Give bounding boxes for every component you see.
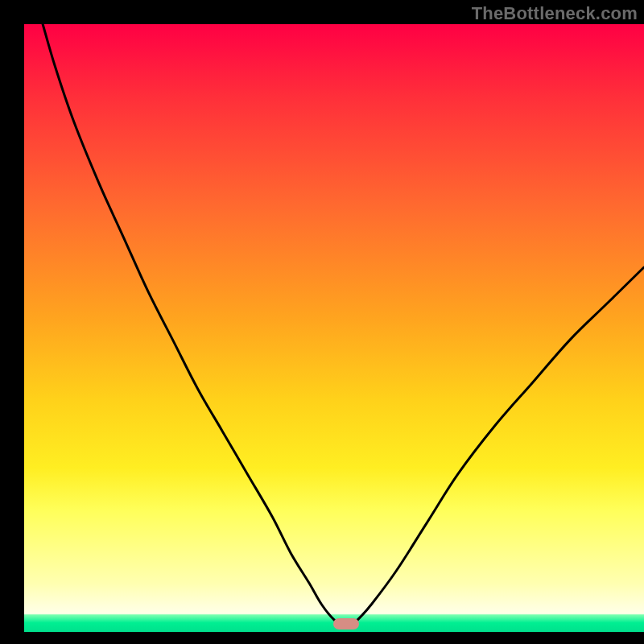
- chart-frame: TheBottleneck.com: [0, 0, 644, 644]
- curve-svg: [24, 24, 644, 632]
- bottleneck-curve-path: [43, 24, 644, 625]
- min-marker: [333, 618, 359, 630]
- plot-area: [24, 24, 644, 632]
- watermark-text: TheBottleneck.com: [472, 3, 638, 24]
